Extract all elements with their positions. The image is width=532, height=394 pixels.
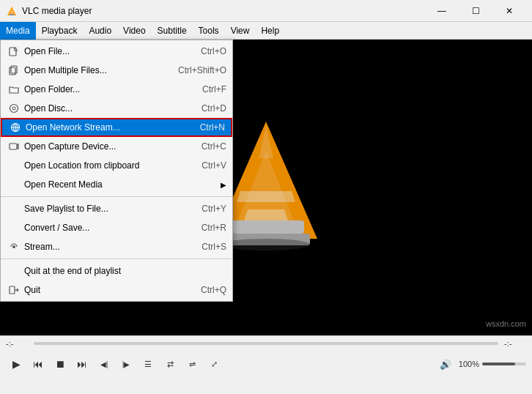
menu-item-subtitle[interactable]: Subtitle	[152, 22, 193, 40]
app-icon	[6, 5, 18, 17]
convert-icon	[7, 220, 21, 235]
next-button[interactable]: ⏭	[72, 354, 92, 374]
svg-point-10	[222, 239, 310, 250]
menu-recent-media[interactable]: Open Recent Media ▶	[1, 175, 232, 194]
open-capture-icon	[7, 139, 21, 154]
open-folder-icon	[7, 82, 21, 97]
svg-marker-8	[237, 191, 295, 202]
menu-bar: Media Playback Audio Video Subtitle Tool…	[0, 22, 532, 40]
quit-icon	[7, 283, 21, 297]
svg-point-16	[12, 107, 15, 110]
svg-marker-9	[244, 209, 288, 220]
save-playlist-label: Save Playlist to File...	[24, 204, 187, 214]
open-disc-label: Open Disc...	[24, 103, 187, 114]
minimize-button[interactable]: —	[425, 0, 459, 22]
close-button[interactable]: ✕	[492, 0, 526, 22]
menu-save-playlist[interactable]: Save Playlist to File... Ctrl+Y	[1, 199, 232, 218]
controls-area: -:- -:- ▶ ⏮ ⏹ ⏭ ◀| |▶ ☰ ⇄ ⇌ ⤢ 🔊 100%	[0, 335, 532, 394]
open-location-shortcut: Ctrl+V	[202, 160, 226, 171]
open-multiple-shortcut: Ctrl+Shift+O	[178, 65, 226, 75]
separator-1	[1, 196, 232, 197]
open-file-shortcut: Ctrl+O	[201, 46, 226, 56]
menu-open-file[interactable]: Open File... Ctrl+O	[1, 42, 232, 61]
open-multiple-label: Open Multiple Files...	[24, 65, 163, 75]
menu-quit[interactable]: Quit Ctrl+Q	[1, 280, 232, 300]
volume-icon[interactable]: 🔊	[435, 354, 456, 374]
progress-track[interactable]	[34, 342, 498, 345]
maximize-button[interactable]: ☐	[459, 0, 492, 22]
menu-open-multiple[interactable]: Open Multiple Files... Ctrl+Shift+O	[1, 61, 232, 80]
menu-convert[interactable]: Convert / Save... Ctrl+R	[1, 218, 232, 237]
time-total: -:-	[504, 339, 526, 348]
progress-bar-row: -:- -:-	[0, 336, 532, 351]
save-playlist-shortcut: Ctrl+Y	[202, 204, 226, 214]
open-folder-shortcut: Ctrl+F	[202, 84, 226, 94]
menu-open-location[interactable]: Open Location from clipboard Ctrl+V	[1, 156, 232, 175]
open-capture-label: Open Capture Device...	[24, 141, 187, 152]
open-network-icon	[8, 120, 23, 135]
time-current: -:-	[6, 339, 28, 348]
svg-rect-2	[10, 14, 14, 15]
volume-row: 🔊 100%	[435, 354, 526, 374]
open-disc-shortcut: Ctrl+D	[202, 103, 226, 114]
open-multiple-icon	[7, 63, 21, 78]
open-network-label: Open Network Stream...	[26, 122, 185, 133]
convert-shortcut: Ctrl+R	[202, 223, 226, 233]
loop-button[interactable]: ⇄	[160, 354, 180, 374]
menu-item-video[interactable]: Video	[117, 22, 151, 40]
open-capture-shortcut: Ctrl+C	[202, 141, 226, 152]
open-file-icon	[7, 44, 21, 59]
menu-item-audio[interactable]: Audio	[83, 22, 117, 40]
menu-open-folder[interactable]: Open Folder... Ctrl+F	[1, 80, 232, 99]
playlist-button[interactable]: ☰	[138, 354, 158, 374]
recent-media-icon	[7, 177, 21, 192]
menu-item-playback[interactable]: Playback	[36, 22, 84, 40]
menu-item-view[interactable]: View	[225, 22, 256, 40]
quit-end-label: Quit at the end of playlist	[24, 266, 212, 276]
menu-item-media[interactable]: Media	[0, 22, 36, 40]
stream-icon	[7, 239, 21, 254]
menu-open-disc[interactable]: Open Disc... Ctrl+D	[1, 99, 232, 118]
menu-item-tools[interactable]: Tools	[193, 22, 225, 40]
frame-prev-button[interactable]: ◀|	[94, 354, 114, 374]
random-button[interactable]: ⇌	[182, 354, 202, 374]
open-folder-label: Open Folder...	[24, 84, 188, 94]
menu-open-capture[interactable]: Open Capture Device... Ctrl+C	[1, 137, 232, 156]
quit-label: Quit	[24, 285, 186, 295]
open-disc-icon	[7, 101, 21, 116]
window-title: VLC media player	[22, 6, 425, 16]
volume-label: 100%	[459, 360, 479, 368]
volume-track[interactable]	[482, 363, 526, 365]
prev-button[interactable]: ⏮	[28, 354, 48, 374]
watermark: wsxdn.com	[486, 319, 526, 328]
separator-2	[1, 259, 232, 259]
stream-shortcut: Ctrl+S	[202, 242, 226, 252]
quit-shortcut: Ctrl+Q	[201, 285, 226, 295]
svg-point-22	[12, 245, 15, 248]
svg-rect-21	[10, 144, 17, 149]
open-network-shortcut: Ctrl+N	[200, 122, 225, 133]
recent-media-arrow: ▶	[221, 181, 226, 189]
stop-button[interactable]: ⏹	[50, 354, 70, 374]
frame-next-button[interactable]: |▶	[116, 354, 136, 374]
menu-item-help[interactable]: Help	[255, 22, 285, 40]
stream-label: Stream...	[24, 242, 187, 252]
open-location-icon	[7, 158, 21, 173]
controls-row: ▶ ⏮ ⏹ ⏭ ◀| |▶ ☰ ⇄ ⇌ ⤢ 🔊 100%	[0, 351, 532, 377]
open-location-label: Open Location from clipboard	[24, 160, 187, 171]
svg-rect-23	[10, 286, 15, 294]
volume-fill	[482, 363, 515, 365]
svg-point-15	[10, 105, 18, 113]
title-bar: VLC media player — ☐ ✕	[0, 0, 532, 22]
menu-quit-end[interactable]: Quit at the end of playlist	[1, 261, 232, 280]
recent-media-label: Open Recent Media	[24, 179, 218, 190]
extended-button[interactable]: ⤢	[204, 354, 224, 374]
menu-open-network[interactable]: Open Network Stream... Ctrl+N	[1, 118, 232, 137]
window-controls: — ☐ ✕	[425, 0, 526, 22]
quit-end-icon	[7, 264, 21, 278]
menu-stream[interactable]: Stream... Ctrl+S	[1, 237, 232, 256]
play-button[interactable]: ▶	[6, 354, 26, 374]
svg-rect-5	[228, 220, 304, 234]
save-playlist-icon	[7, 201, 21, 216]
media-dropdown: Open File... Ctrl+O Open Multiple Files.…	[0, 40, 233, 302]
